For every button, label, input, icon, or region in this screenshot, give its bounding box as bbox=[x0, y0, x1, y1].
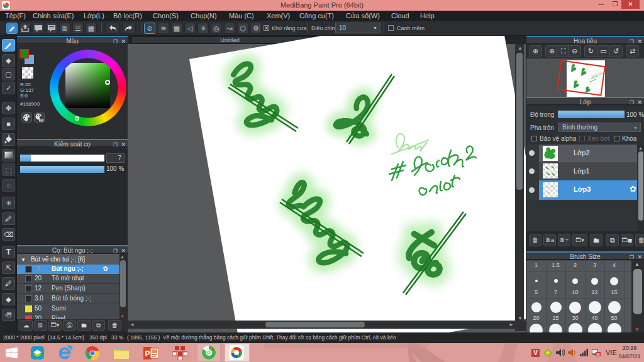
svg-text:P: P bbox=[145, 349, 150, 358]
